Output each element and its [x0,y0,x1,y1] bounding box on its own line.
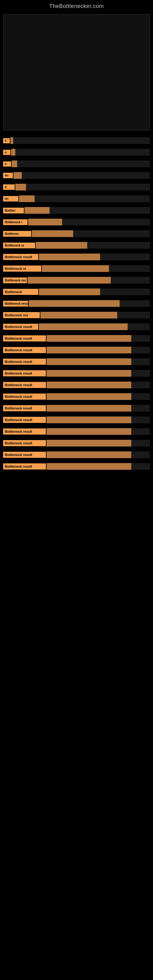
result-bar-container [39,254,150,260]
result-label: B [3,161,11,167]
result-item: Bottleneck result [3,357,150,366]
result-section: B B B Bo B Bo [3,136,150,471]
result-bar-container [46,358,150,365]
chart-area [3,14,150,130]
result-item: Bottleneck result [3,392,150,401]
result-label: Bottleneck result [3,405,46,411]
result-bar-container [46,335,150,342]
result-item: Bottleneck result [3,380,150,390]
result-label: Bottleneck result [3,463,46,469]
result-item: B [3,148,150,157]
result-label: B [3,185,15,190]
result-item: Bottleneck [3,287,150,296]
result-bar [46,428,131,435]
result-item: Bottleneck result [3,334,150,343]
result-bar [46,463,131,470]
result-item: Bottleneck result [3,252,150,261]
result-bar [46,452,131,458]
result-label: Bottleneck result [3,428,46,434]
result-bar-container [24,207,150,214]
result-bar-container [46,382,150,388]
result-bar [12,161,17,167]
result-bar [15,184,26,191]
result-bar [46,440,131,447]
result-bar-container [46,417,150,423]
result-label: Bottleneck r [3,219,27,225]
result-label: Bottleneck res [3,312,40,318]
result-label: Bottleneck result [3,347,46,353]
result-bar-container [28,219,150,225]
result-item: Bottleneck result [3,369,150,378]
result-item: Bottleneck res [3,275,150,285]
result-label: Bottleneck result [3,417,46,423]
result-bar-container [19,196,150,202]
result-bar-container [39,288,150,295]
result-item: Bottleneck result [3,439,150,448]
result-item: Bottleneck result [3,450,150,460]
result-bar [46,393,131,400]
result-label: B [3,150,10,155]
result-item: Bottleneck result [3,299,150,308]
result-item: Bottleneck r [3,218,150,227]
result-label: Bottleneck result [3,452,46,458]
result-bar [19,196,35,202]
result-bar-container [36,242,150,249]
result-label: Bottleneck re [3,266,41,272]
result-item: Bottleneck result [3,404,150,413]
result-bar-container [46,370,150,377]
result-bar [13,172,22,179]
result-label: Bottleneck result [3,359,46,365]
result-bar [29,300,120,307]
result-bar-container [13,172,150,179]
result-bar [46,405,131,412]
result-item: Bo [3,171,150,180]
result-label: Bottleneck re [3,243,35,248]
result-bar-container [39,323,150,330]
result-bar [42,265,109,272]
result-item: B [3,136,150,145]
result-label: Bottlen [3,208,24,213]
result-item: Bottleneck result [3,322,150,331]
result-bar-container [10,137,150,144]
result-bar-container [11,149,150,156]
result-label: Bottleneck result [3,393,46,400]
result-label: B [3,138,10,143]
result-bar-container [12,161,150,167]
result-bar [24,207,49,214]
result-bar [46,382,131,388]
result-bar-container [29,300,150,307]
result-label: Bottleneck result [3,301,28,307]
result-bar-container [46,347,150,353]
result-bar [39,254,100,260]
result-bar [46,335,131,342]
result-bar-container [42,265,150,272]
result-label: Bottleneck [3,289,38,295]
result-item: Bo [3,194,150,204]
result-item: Bottleneck re [3,241,150,250]
result-label: Bo [3,196,18,202]
result-label: Bottleneck result [3,370,46,376]
result-label: Bottleneck result [3,335,46,342]
result-label: Bottlenec [3,231,31,237]
result-bar [27,277,111,283]
result-item: Bottleneck re [3,264,150,273]
result-label: Bo [3,173,13,178]
result-item: Bottlen [3,206,150,215]
result-label: Bottleneck result [3,324,38,330]
result-bar [28,219,62,225]
result-bar [10,137,13,144]
result-bar [11,149,15,156]
result-bar [32,230,73,237]
result-bar [39,323,128,330]
result-bar [46,370,131,377]
result-label: Bottleneck res [3,277,27,283]
result-bar-container [15,184,150,191]
result-bar-container [46,393,150,400]
result-bar [46,417,131,423]
result-label: Bottleneck result [3,382,46,388]
result-bar-container [46,452,150,458]
site-title: TheBottlenecker.com [0,0,153,11]
result-bar-container [46,440,150,447]
result-bar-container [27,277,150,283]
result-item: Bottleneck result [3,345,150,355]
